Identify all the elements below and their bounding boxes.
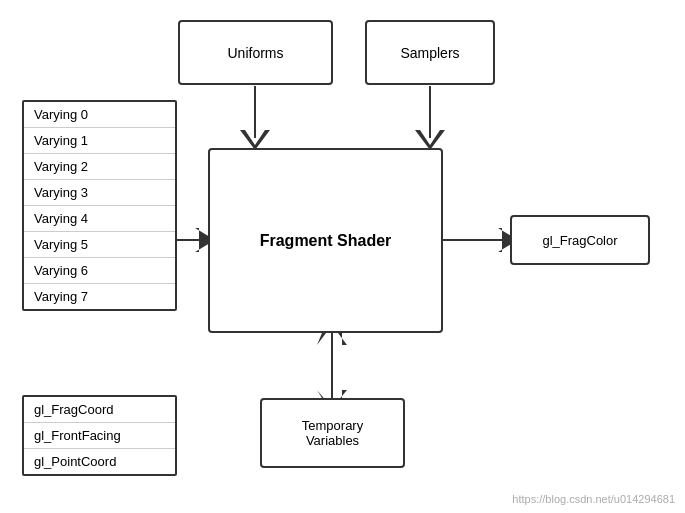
tempvars-label: TemporaryVariables: [302, 418, 363, 448]
tempvars-box: TemporaryVariables: [260, 398, 405, 468]
bottom-item: gl_PointCoord: [24, 449, 175, 474]
bottom-left-list: gl_FragCoordgl_FrontFacinggl_PointCoord: [22, 395, 177, 476]
varying-item: Varying 4: [24, 206, 175, 232]
fragcolor-box: gl_FragColor: [510, 215, 650, 265]
fragment-shader-label: Fragment Shader: [260, 232, 392, 250]
watermark: https://blog.csdn.net/u014294681: [512, 493, 675, 505]
uniforms-label: Uniforms: [227, 45, 283, 61]
varying-item: Varying 2: [24, 154, 175, 180]
svg-marker-3: [248, 85, 270, 148]
bottom-item: gl_FrontFacing: [24, 423, 175, 449]
bottom-item: gl_FragCoord: [24, 397, 175, 423]
varying-item: Varying 6: [24, 258, 175, 284]
fragment-shader-box: Fragment Shader: [208, 148, 443, 333]
svg-marker-5: [240, 130, 270, 150]
varying-item: Varying 7: [24, 284, 175, 309]
varying-item: Varying 3: [24, 180, 175, 206]
svg-marker-7: [415, 130, 445, 150]
uniforms-box: Uniforms: [178, 20, 333, 85]
samplers-box: Samplers: [365, 20, 495, 85]
diagram: Uniforms Samplers Varying 0Varying 1Vary…: [0, 0, 685, 513]
fragcolor-label: gl_FragColor: [542, 233, 617, 248]
samplers-label: Samplers: [400, 45, 459, 61]
varying-list: Varying 0Varying 1Varying 2Varying 3Vary…: [22, 100, 177, 311]
varying-item: Varying 1: [24, 128, 175, 154]
varying-item: Varying 5: [24, 232, 175, 258]
varying-item: Varying 0: [24, 102, 175, 128]
